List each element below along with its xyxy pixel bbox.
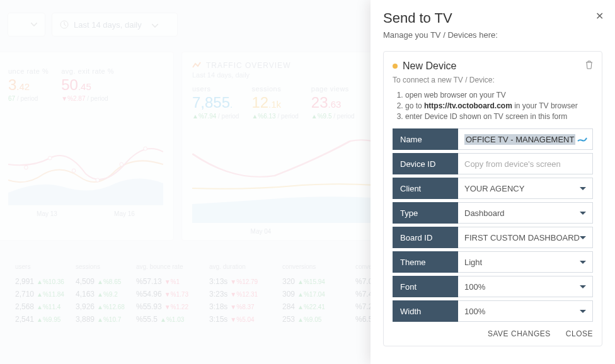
- stat-label: page views: [311, 85, 355, 93]
- device-id-field[interactable]: [464, 159, 586, 169]
- stat-delta: ▲%9.5 / period: [311, 113, 355, 120]
- stat-value: 12.1k: [251, 94, 298, 111]
- steps-list: open web browser on your TV go to https:…: [405, 91, 593, 121]
- form-row-type: TypeDashboard: [393, 202, 593, 224]
- stat-label: unce rate %: [8, 67, 49, 75]
- step-3: enter Device ID shown on TV screen in th…: [405, 112, 593, 121]
- close-icon[interactable]: ✕: [595, 10, 604, 22]
- chevron-down-icon: [31, 23, 37, 26]
- stat-label: users: [192, 85, 239, 93]
- date-range-dropdown[interactable]: Last 14 days, daily: [52, 13, 178, 37]
- form-label: Name: [393, 128, 458, 150]
- svg-point-2: [48, 156, 52, 160]
- form-row-width: Width100%: [393, 300, 593, 322]
- device-id-input[interactable]: [458, 153, 593, 174]
- form-label: Theme: [393, 251, 458, 273]
- trash-icon[interactable]: [585, 60, 593, 72]
- name-input[interactable]: OFFICE TV - MANAGEMENT: [458, 128, 593, 150]
- stat-value: 50.45: [61, 76, 114, 94]
- new-device-panel: New Device To connect a new TV / Device:…: [383, 51, 602, 346]
- form-row-device-id: Device ID: [393, 153, 593, 174]
- font-select[interactable]: 100%: [458, 276, 593, 297]
- send-to-tv-drawer: ✕ Send to TV Manage you TV / Devices her…: [371, 0, 615, 364]
- panel-title: New Device: [403, 60, 580, 72]
- theme-select[interactable]: Light: [458, 251, 593, 273]
- type-select[interactable]: Dashboard: [458, 202, 593, 224]
- form-label: Device ID: [393, 153, 458, 174]
- stat-label: sessions: [251, 85, 298, 93]
- stat-delta: ▲%7.94 / period: [192, 113, 239, 120]
- svg-point-4: [96, 178, 100, 182]
- step-1: open web browser on your TV: [405, 91, 593, 100]
- form-row-board-id: Board IDFIRST CUSTOM DASHBOARD: [393, 227, 593, 248]
- chart-icon: [192, 61, 201, 70]
- svg-point-3: [72, 169, 76, 173]
- form-row-font: Font100%: [393, 276, 593, 297]
- form-label: Font: [393, 276, 458, 297]
- width-select[interactable]: 100%: [458, 300, 593, 322]
- helper-text: To connect a new TV / Device:: [393, 76, 593, 84]
- svg-point-1: [25, 166, 28, 169]
- form-row-client: ClientYOUR AGENCY: [393, 178, 593, 199]
- stat-delta: ▲%6.13 / period: [251, 113, 298, 120]
- stat-value: 7,855.: [192, 94, 239, 111]
- filter-dropdown[interactable]: [8, 13, 45, 37]
- form-label: Type: [393, 202, 458, 224]
- stat-delta: ▼%2.87 / period: [61, 95, 114, 102]
- form-label: Client: [393, 178, 458, 199]
- stat-value: 3.42: [8, 76, 49, 94]
- drawer-subtitle: Manage you TV / Devices here:: [383, 30, 602, 40]
- board-id-select[interactable]: FIRST CUSTOM DASHBOARD: [458, 227, 593, 248]
- card-rates: unce rate % 3.42 67 / periodavg. exit ra…: [0, 52, 174, 241]
- stat-delta: 67 / period: [8, 95, 49, 102]
- panel-actions: SAVE CHANGES CLOSE: [393, 329, 593, 338]
- stat-label: avg. exit rate %: [61, 67, 114, 75]
- clock-icon: [60, 20, 69, 29]
- form-row-theme: ThemeLight: [393, 251, 593, 273]
- chevron-down-icon: [152, 24, 158, 28]
- device-icon: [577, 135, 587, 144]
- form-row-name: NameOFFICE TV - MANAGEMENT: [393, 128, 593, 150]
- form-label: Width: [393, 300, 458, 322]
- svg-point-6: [144, 147, 147, 151]
- date-range-label: Last 14 days, daily: [74, 20, 142, 30]
- svg-point-5: [120, 162, 124, 166]
- save-button[interactable]: SAVE CHANGES: [488, 329, 551, 338]
- stat-value: 23.63: [311, 94, 355, 111]
- form-label: Board ID: [393, 227, 458, 248]
- step-2: go to https://tv.octoboard.com in your T…: [405, 101, 593, 110]
- status-dot: [393, 64, 398, 69]
- client-select[interactable]: YOUR AGENCY: [458, 178, 593, 199]
- close-button[interactable]: CLOSE: [566, 329, 593, 338]
- drawer-title: Send to TV: [383, 10, 602, 26]
- chart-rates: [8, 105, 163, 205]
- card-title-text: TRAFFIC OVERVIEW: [206, 61, 290, 70]
